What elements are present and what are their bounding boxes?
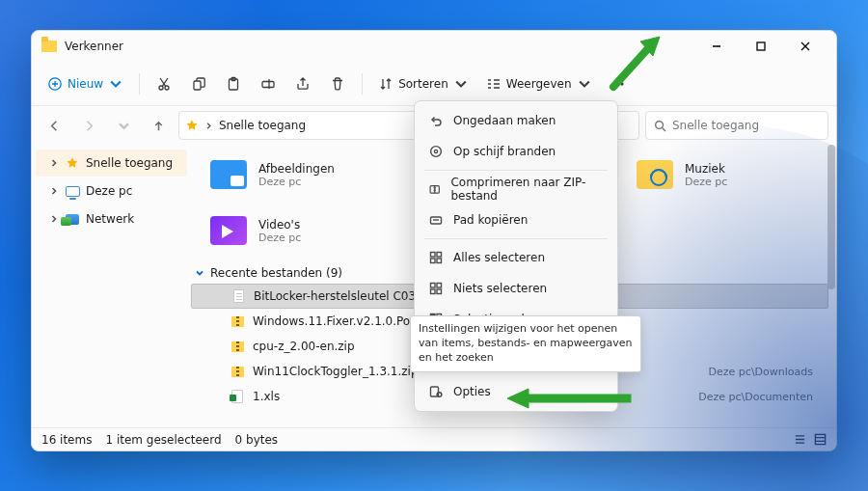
menu-undo[interactable]: Ongedaan maken: [419, 105, 613, 136]
maximize-button[interactable]: [740, 32, 782, 61]
annotation-arrow-top: [592, 37, 660, 101]
svg-marker-33: [507, 389, 529, 408]
status-selection: 1 item geselecteerd: [105, 433, 221, 447]
svg-point-14: [434, 150, 437, 152]
svg-rect-22: [437, 284, 442, 288]
statusbar: 16 items 1 item geselecteerd 0 bytes: [32, 427, 836, 450]
sidebar-item-label: Netwerk: [86, 212, 134, 226]
svg-rect-21: [431, 284, 436, 288]
search-placeholder: Snelle toegang: [672, 119, 759, 132]
view-list-icon[interactable]: [794, 433, 806, 446]
navigation-pane: Snelle toegang Deze pc Netwerk: [32, 145, 191, 427]
status-size: 0 bytes: [235, 433, 279, 447]
doc-icon: [231, 288, 246, 304]
svg-rect-17: [431, 253, 436, 258]
window-title: Verkenner: [65, 40, 123, 53]
view-details-icon[interactable]: [814, 433, 827, 446]
svg-rect-7: [262, 81, 274, 87]
menu-compress[interactable]: Comprimeren naar ZIP-bestand: [419, 174, 613, 205]
menu-burn[interactable]: Op schijf branden: [419, 136, 613, 167]
sort-button[interactable]: Sorteren: [370, 68, 476, 99]
sidebar-item-network[interactable]: Netwerk: [36, 205, 187, 232]
back-button[interactable]: [40, 111, 68, 140]
view-button[interactable]: Weergeven: [478, 68, 600, 99]
star-icon: [65, 155, 80, 171]
chevron-right-icon: [49, 186, 59, 196]
svg-rect-12: [815, 434, 825, 444]
pc-icon: [65, 183, 80, 199]
file-name: Win11ClockToggler_1.3.1.zip: [253, 365, 419, 378]
network-icon: [65, 211, 80, 227]
sidebar-item-label: Deze pc: [86, 184, 132, 198]
svg-point-11: [656, 121, 664, 128]
file-location: Deze pc\Documenten: [698, 391, 821, 403]
forward-button[interactable]: [74, 111, 103, 140]
svg-rect-19: [431, 259, 436, 263]
svg-rect-20: [437, 259, 442, 263]
folder-pictures[interactable]: Afbeeldingen Deze pc: [208, 154, 402, 195]
sidebar-item-label: Snelle toegang: [86, 156, 173, 170]
videos-icon: [208, 210, 249, 251]
rename-button[interactable]: [252, 68, 285, 99]
folder-videos[interactable]: Video's Deze pc: [208, 210, 411, 251]
options-tooltip: Instellingen wijzigen voor het openen va…: [410, 315, 641, 372]
title-folder-icon: [41, 39, 57, 54]
chevron-right-icon: [49, 158, 59, 168]
svg-point-2: [159, 86, 163, 90]
zip-icon: [230, 339, 245, 354]
chevron-right-icon: [49, 214, 59, 224]
status-item-count: 16 items: [41, 433, 92, 447]
copy-button[interactable]: [182, 68, 215, 99]
search-input[interactable]: Snelle toegang: [645, 111, 828, 140]
svg-point-30: [437, 393, 442, 397]
section-label: Recente bestanden (9): [210, 266, 342, 280]
chevron-down-icon: [195, 268, 204, 278]
minimize-button[interactable]: [695, 32, 738, 61]
svg-line-32: [613, 46, 650, 87]
sidebar-item-quick-access[interactable]: Snelle toegang: [36, 150, 187, 177]
file-name: cpu-z_2.00-en.zip: [253, 340, 355, 353]
svg-rect-34: [527, 395, 631, 402]
svg-rect-23: [431, 289, 436, 294]
svg-rect-0: [757, 42, 765, 50]
svg-rect-24: [437, 289, 442, 294]
search-icon: [654, 120, 666, 132]
zip-icon: [230, 314, 245, 329]
delete-button[interactable]: [321, 68, 354, 99]
folder-music[interactable]: Muziek Deze pc: [635, 154, 828, 195]
file-location: Deze pc\Downloads: [709, 366, 821, 378]
close-button[interactable]: [784, 32, 827, 61]
breadcrumb-label: Snelle toegang: [219, 119, 306, 132]
svg-point-13: [431, 147, 442, 157]
recent-dropdown[interactable]: [109, 111, 138, 140]
svg-rect-18: [437, 253, 442, 258]
up-button[interactable]: [144, 111, 173, 140]
zip-icon: [230, 364, 245, 379]
svg-point-3: [165, 86, 169, 90]
new-button[interactable]: Nieuw: [40, 68, 131, 99]
pictures-icon: [208, 154, 249, 195]
share-button[interactable]: [286, 68, 319, 99]
titlebar: Verkenner: [32, 31, 836, 62]
chevron-right-icon: [204, 122, 213, 130]
menu-select-none[interactable]: Niets selecteren: [419, 273, 613, 304]
menu-copy-path[interactable]: Pad kopiëren: [419, 205, 613, 235]
star-icon: [185, 119, 199, 132]
svg-rect-4: [194, 81, 201, 90]
paste-button[interactable]: [217, 68, 250, 99]
sidebar-item-this-pc[interactable]: Deze pc: [36, 177, 187, 205]
scrollbar[interactable]: [826, 145, 836, 427]
xls-icon: [230, 389, 245, 404]
file-name: 1.xls: [253, 390, 280, 403]
annotation-arrow-bottom: [507, 387, 633, 413]
cut-button[interactable]: [148, 68, 180, 99]
music-icon: [635, 154, 675, 195]
menu-select-all[interactable]: Alles selecteren: [419, 242, 613, 273]
